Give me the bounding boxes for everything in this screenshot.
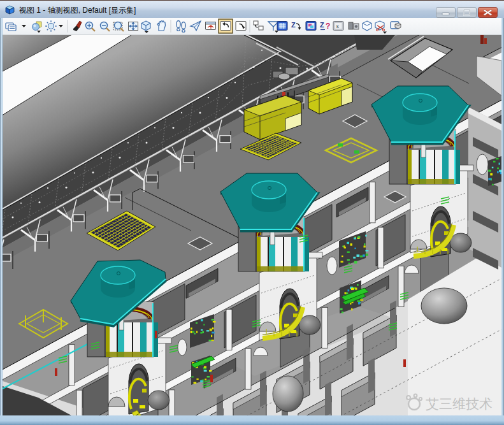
svg-text:?: ?: [326, 22, 330, 31]
svg-text:艾三维技术: 艾三维技术: [426, 396, 493, 411]
svg-text:Z: Z: [291, 21, 296, 29]
svg-text:Z: Z: [320, 21, 324, 29]
